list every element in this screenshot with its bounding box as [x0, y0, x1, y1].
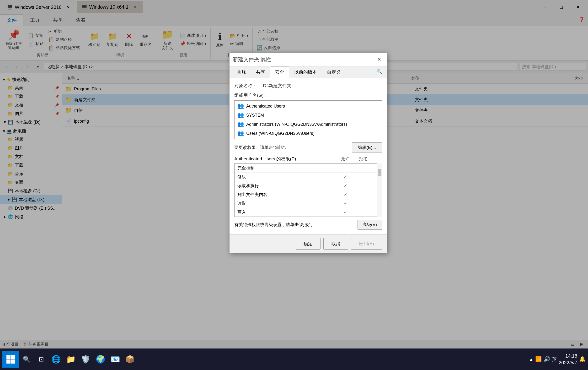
- perm-name-listdir: 列出文件夹内容: [237, 192, 336, 197]
- perm-col-headers: 允许 拒绝: [341, 156, 368, 162]
- taskbar-ie-button[interactable]: 🌐: [49, 350, 63, 369]
- taskbar: 🔍 ⊡ 🌐 📁 🛡️ 🌍 📧 📦 ▲ 📶 🔊 英 14:18 2022/5/7 …: [0, 348, 588, 370]
- clock[interactable]: 14:18 2022/5/7: [559, 353, 577, 366]
- perm-allow-read: ✓: [336, 201, 355, 206]
- perm-allow-readexec: ✓: [336, 183, 355, 188]
- taskbar-globe-button[interactable]: 🌍: [93, 350, 108, 369]
- perm-name-write: 写入: [237, 209, 336, 215]
- system-tray: ▲ 📶 🔊 英 14:18 2022/5/7 🔔: [529, 353, 586, 366]
- dialog-tab-custom[interactable]: 自定义: [322, 66, 346, 78]
- user-item-system[interactable]: 👥 SYSTEM: [234, 111, 382, 120]
- svg-rect-1: [11, 355, 15, 359]
- perm-name-full: 完全控制: [237, 165, 336, 171]
- dialog-tab-list: 常规 共享 安全 以前的版本 自定义 🔍: [230, 66, 387, 78]
- perm-allow-modify: ✓: [336, 174, 355, 180]
- deny-col-label: 拒绝: [359, 156, 368, 162]
- explorer-icon: 📁: [66, 355, 76, 364]
- clock-time: 14:18: [559, 353, 577, 359]
- allow-col-label: 允许: [341, 156, 349, 162]
- dialog-close-button[interactable]: ✕: [375, 55, 383, 64]
- taskbar-explorer-button[interactable]: 📁: [63, 350, 78, 369]
- mail-icon: 📧: [111, 355, 120, 364]
- tray-arrow-icon[interactable]: ▲: [529, 357, 533, 362]
- taskbar-shield-button[interactable]: 🛡️: [78, 350, 93, 369]
- perm-allow-write: ✓: [336, 210, 355, 215]
- perm-row-readexec: 读取和执行 ✓: [234, 181, 377, 190]
- windows-logo-icon: [6, 354, 16, 364]
- perm-name-modify: 修改: [237, 174, 336, 180]
- taskbar-search-button[interactable]: 🔍: [19, 350, 34, 369]
- ok-button[interactable]: 确定: [296, 238, 321, 250]
- user-icon-auth: 👥: [237, 103, 244, 109]
- search-icon: 🔍: [23, 356, 30, 363]
- change-row: 要更改权限，请单击"编辑"。 编辑(E)...: [234, 142, 382, 152]
- object-label: 对象名称：: [234, 83, 263, 89]
- taskbar-mail-button[interactable]: 📧: [108, 350, 123, 369]
- properties-dialog: 新建文件夹 属性 ✕ 常规 共享 安全 以前的版本 自定义 🔍 对象名称： D:…: [229, 53, 387, 253]
- object-name-row: 对象名称： D:\新建文件夹: [234, 83, 382, 89]
- advanced-row: 有关特殊权限或高级设置，请单击"高级"。 高级(V): [234, 220, 382, 230]
- user-name-auth: Authenticated Users: [246, 104, 285, 109]
- perm-name-readexec: 读取和执行: [237, 183, 336, 189]
- user-icon-users: 👥: [237, 130, 244, 136]
- object-value: D:\新建文件夹: [263, 83, 291, 89]
- scrollbar-thumb[interactable]: [378, 169, 381, 176]
- dialog-title-bar: 新建文件夹 属性 ✕: [230, 53, 387, 66]
- taskbar-package-button[interactable]: 📦: [123, 350, 137, 369]
- permissions-wrapper: 完全控制 修改 ✓ 读取和执行 ✓ 列出文件: [234, 163, 382, 217]
- perm-row-read: 读取 ✓: [234, 199, 377, 208]
- ie-icon: 🌐: [51, 355, 61, 364]
- dialog-tab-previous[interactable]: 以前的版本: [289, 66, 322, 78]
- perm-name-read: 读取: [237, 201, 336, 206]
- permissions-area: Authenticated Users 的权限(P) 允许 拒绝 完全控制 修改…: [234, 156, 382, 217]
- dialog-tab-security[interactable]: 安全: [270, 66, 289, 78]
- dialog-tab-general[interactable]: 常规: [232, 66, 251, 78]
- edit-permissions-button[interactable]: 编辑(E)...: [352, 142, 382, 152]
- svg-rect-0: [6, 355, 10, 359]
- taskview-icon: ⊡: [39, 356, 44, 363]
- apply-button[interactable]: 应用(A): [351, 238, 382, 250]
- perm-row-listdir: 列出文件夹内容 ✓: [234, 190, 377, 199]
- user-item-users[interactable]: 👥 Users (WIN-OIQGG2DN36V\Users): [234, 129, 382, 138]
- permissions-scrollbar[interactable]: [377, 163, 382, 217]
- advanced-button[interactable]: 高级(V): [357, 220, 382, 230]
- dialog-title: 新建文件夹 属性: [233, 56, 375, 63]
- advanced-note: 有关特殊权限或高级设置，请单击"高级"。: [234, 222, 357, 228]
- user-name-admin: Administrators (WIN-OIQGG2DN36V\Administ…: [246, 122, 347, 127]
- globe-icon: 🌍: [96, 355, 105, 364]
- svg-rect-3: [11, 359, 15, 364]
- volume-icon[interactable]: 🔊: [544, 356, 550, 362]
- user-item-admin[interactable]: 👥 Administrators (WIN-OIQGG2DN36V\Admini…: [234, 120, 382, 129]
- shield-icon: 🛡️: [81, 355, 91, 364]
- users-list: 👥 Authenticated Users 👥 SYSTEM 👥 Adminis…: [234, 100, 382, 139]
- lang-indicator[interactable]: 英: [552, 356, 557, 363]
- user-name-users: Users (WIN-OIQGG2DN36V\Users): [246, 131, 315, 136]
- user-item-auth[interactable]: 👥 Authenticated Users: [234, 102, 382, 111]
- dialog-search-icon[interactable]: 🔍: [374, 66, 384, 78]
- cancel-button[interactable]: 取消: [323, 238, 348, 250]
- package-icon: 📦: [125, 355, 135, 364]
- permissions-list: 完全控制 修改 ✓ 读取和执行 ✓ 列出文件: [234, 163, 377, 217]
- group-label: 组或用户名(G):: [234, 92, 382, 98]
- taskbar-taskview-button[interactable]: ⊡: [34, 350, 49, 369]
- dialog-tab-share[interactable]: 共享: [251, 66, 270, 78]
- user-name-sys: SYSTEM: [246, 113, 264, 118]
- dialog-footer: 确定 取消 应用(A): [230, 234, 387, 253]
- change-note: 要更改权限，请单击"编辑"。: [234, 145, 352, 150]
- user-icon-sys: 👥: [237, 112, 244, 118]
- user-icon-admin: 👥: [237, 121, 244, 127]
- notification-icon[interactable]: 🔔: [579, 356, 586, 362]
- perm-allow-listdir: ✓: [336, 192, 355, 197]
- start-button[interactable]: [2, 351, 19, 368]
- clock-date: 2022/5/7: [559, 359, 577, 366]
- permissions-label: Authenticated Users 的权限(P): [234, 156, 296, 162]
- network-tray-icon[interactable]: 📶: [535, 356, 542, 362]
- perm-row-full: 完全控制: [234, 164, 377, 173]
- perm-row-write: 写入 ✓: [234, 208, 377, 217]
- perm-header-row: Authenticated Users 的权限(P) 允许 拒绝: [234, 156, 382, 162]
- svg-rect-2: [6, 359, 10, 364]
- dialog-body: 对象名称： D:\新建文件夹 组或用户名(G): 👥 Authenticated…: [230, 78, 387, 234]
- perm-row-modify: 修改 ✓: [234, 173, 377, 181]
